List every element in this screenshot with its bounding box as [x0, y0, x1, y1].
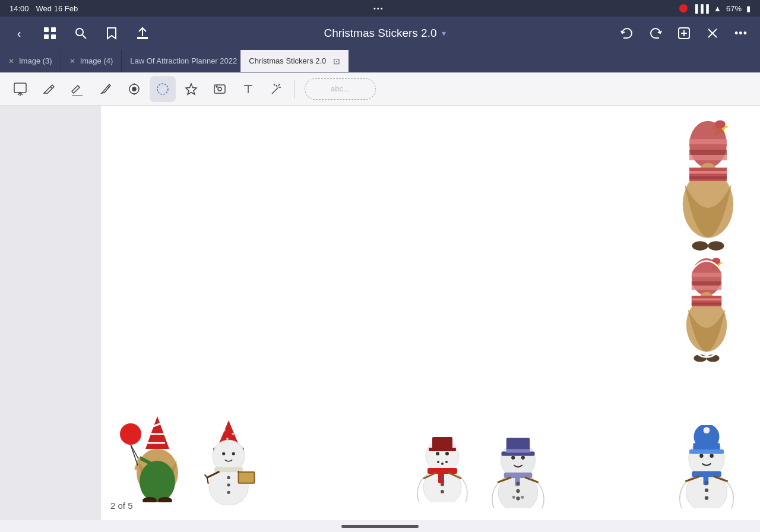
svg-point-128: [232, 452, 235, 455]
svg-point-45: [708, 241, 724, 251]
close-button[interactable]: [703, 24, 722, 43]
svg-rect-2: [44, 34, 49, 39]
svg-rect-50: [692, 286, 721, 290]
snowman-blue-hat[interactable]: [677, 425, 736, 508]
toolbar: abc...: [0, 72, 760, 106]
title-chevron[interactable]: ▾: [442, 28, 446, 38]
tab-close-icon[interactable]: ✕: [69, 57, 75, 65]
record-icon: [679, 4, 688, 12]
title-bar: ‹ Christmas Stickers 2.0 ▾: [0, 17, 760, 50]
svg-line-28: [276, 85, 277, 87]
text-tool-button[interactable]: [235, 76, 261, 102]
more-options-button[interactable]: •••: [732, 24, 750, 43]
tab-close-icon[interactable]: ✕: [8, 57, 14, 65]
svg-point-70: [437, 461, 439, 463]
svg-point-141: [226, 438, 229, 440]
svg-point-73: [441, 476, 444, 479]
import-tool-button[interactable]: [7, 76, 33, 102]
snowman-purple-hat[interactable]: [490, 428, 546, 508]
select-area-input[interactable]: abc...: [305, 78, 376, 100]
redo-button[interactable]: [646, 24, 665, 43]
svg-rect-11: [14, 83, 26, 93]
dots-indicator: •••: [373, 5, 384, 12]
tab-christmas-stickers[interactable]: Christmas Stickers 2.0 ⊡: [240, 50, 349, 72]
canvas-area[interactable]: 2 of 5: [101, 106, 760, 520]
svg-point-4: [76, 28, 83, 36]
svg-point-103: [710, 454, 713, 457]
lasso-tool-button[interactable]: [150, 76, 176, 102]
svg-line-29: [278, 84, 280, 86]
svg-rect-34: [689, 139, 727, 144]
back-button[interactable]: ‹: [10, 24, 28, 43]
svg-point-91: [512, 496, 515, 499]
svg-rect-3: [51, 34, 56, 39]
wand-tool-button[interactable]: [264, 76, 290, 102]
home-indicator[interactable]: [341, 525, 419, 528]
undo-button[interactable]: [618, 24, 636, 43]
search-button[interactable]: [71, 24, 90, 43]
tab-label: Image (4): [80, 56, 113, 65]
tab-expand-icon[interactable]: ⊡: [333, 56, 340, 66]
bookmark-button[interactable]: [102, 24, 121, 43]
time: 14:00: [10, 4, 29, 13]
tab-label: Christmas Stickers 2.0: [249, 56, 326, 65]
svg-point-107: [705, 489, 708, 492]
svg-point-69: [445, 452, 449, 455]
main-area: 2 of 5: [0, 106, 760, 520]
svg-line-5: [83, 35, 86, 39]
gnome-green-dress[interactable]: [113, 413, 202, 502]
svg-point-20: [157, 84, 168, 94]
share-button[interactable]: [133, 24, 152, 43]
gnome-sticker-small[interactable]: [680, 254, 733, 364]
photo-tool-button[interactable]: [207, 76, 233, 102]
svg-point-102: [699, 454, 703, 457]
svg-rect-36: [689, 155, 727, 160]
status-bar: 14:00 Wed 16 Feb ••• ▐▐▐ ▲ 67% ▮: [0, 0, 760, 17]
svg-line-15: [107, 86, 109, 88]
grid-button[interactable]: [40, 24, 59, 43]
svg-point-101: [704, 427, 710, 433]
toolbar-divider: [294, 80, 295, 99]
svg-line-131: [207, 477, 208, 483]
svg-line-31: [274, 84, 275, 86]
tab-law-attraction[interactable]: Law Of Attraction Planner 2022: [122, 50, 240, 72]
svg-line-27: [272, 88, 278, 94]
battery-level: 67%: [726, 4, 742, 13]
svg-rect-48: [692, 273, 721, 277]
svg-rect-57: [692, 303, 721, 305]
eraser-tool-button[interactable]: [64, 76, 90, 102]
svg-point-23: [218, 87, 221, 91]
svg-point-44: [692, 241, 708, 251]
transform-tool-button[interactable]: [121, 76, 147, 102]
sidebar-left: [0, 106, 101, 520]
sticker-tool-button[interactable]: [178, 76, 204, 102]
svg-rect-43: [689, 176, 727, 179]
svg-point-111: [120, 423, 141, 445]
tab-image-3[interactable]: ✕ Image (3): [0, 50, 61, 72]
battery-icon: ▮: [746, 4, 750, 13]
select-area-placeholder: abc...: [331, 84, 350, 93]
svg-point-139: [223, 429, 226, 432]
svg-rect-1: [51, 27, 56, 32]
pencil-tool-button[interactable]: [36, 76, 62, 102]
svg-point-137: [227, 483, 230, 486]
svg-point-127: [222, 452, 225, 455]
svg-point-138: [227, 491, 230, 494]
tab-image-4[interactable]: ✕ Image (4): [61, 50, 122, 72]
svg-marker-21: [186, 84, 197, 94]
gnome-sticker-large[interactable]: [674, 118, 742, 251]
svg-point-88: [516, 482, 520, 485]
svg-line-13: [50, 87, 52, 88]
tabs-bar: ✕ Image (3) ✕ Image (4) Law Of Attractio…: [0, 50, 760, 72]
svg-point-72: [445, 461, 448, 463]
svg-rect-83: [506, 449, 530, 452]
svg-rect-67: [429, 448, 456, 451]
page-indicator: 2 of 5: [110, 501, 133, 511]
signal-icon: ▐▐▐: [692, 4, 709, 13]
svg-point-89: [516, 489, 520, 493]
snowman-red-scarf[interactable]: [416, 425, 469, 502]
marker-tool-button[interactable]: [93, 76, 119, 102]
snowman-with-sign[interactable]: [199, 419, 258, 505]
svg-rect-100: [689, 449, 724, 454]
add-button[interactable]: [674, 24, 694, 43]
